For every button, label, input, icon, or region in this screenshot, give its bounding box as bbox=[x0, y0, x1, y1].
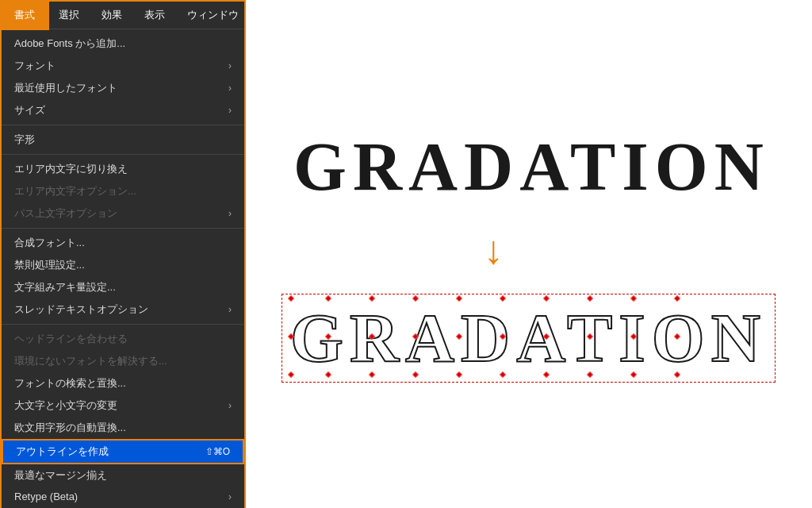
arrow-down-icon: ↓ bbox=[484, 230, 504, 270]
menu-item-area-switch[interactable]: エリア内文字に切り換え bbox=[2, 158, 244, 180]
menu-item-headline[interactable]: ヘッドラインを合わせる bbox=[2, 328, 244, 350]
separator-4 bbox=[2, 324, 244, 325]
menu-item-path-options[interactable]: パス上文字オプション › bbox=[2, 202, 244, 225]
menu-item-mojigumi[interactable]: 文字組みアキ量設定... bbox=[2, 276, 244, 298]
separator-3 bbox=[2, 228, 244, 229]
arrow-icon: › bbox=[228, 60, 232, 71]
menu-item-find-replace-font[interactable]: フォントの検索と置換... bbox=[2, 372, 244, 394]
menu-item-thread-options[interactable]: スレッドテキストオプション › bbox=[2, 298, 244, 321]
menu-item-kinsoku[interactable]: 禁則処理設定... bbox=[2, 254, 244, 276]
arrow-icon: › bbox=[228, 83, 232, 94]
menu-item-resolve-font[interactable]: 環境にないフォントを解決する... bbox=[2, 350, 244, 372]
separator-2 bbox=[2, 154, 244, 155]
menu-header-sentaku[interactable]: 選択 bbox=[48, 2, 90, 29]
menu-item-area-options[interactable]: エリア内文字オプション... bbox=[2, 180, 244, 202]
gradation-text-bottom-container: GRADATION bbox=[282, 294, 776, 383]
menu-item-recent-font[interactable]: 最近使用したフォント › bbox=[2, 77, 244, 99]
gradation-text-bottom: GRADATION bbox=[290, 298, 767, 378]
gradation-text-top: GRADATION bbox=[293, 127, 770, 206]
menu-item-create-outline[interactable]: アウトラインを作成 ⇧⌘O bbox=[2, 439, 244, 464]
menu-item-auto-replace[interactable]: 欧文用字形の自動置換... bbox=[2, 417, 244, 439]
menu-header-shoshiki[interactable]: 書式 bbox=[0, 0, 49, 30]
menu-item-glyph[interactable]: 字形 bbox=[2, 129, 244, 151]
menu-header-window[interactable]: ウィンドウ bbox=[176, 2, 250, 29]
menu-item-change-case[interactable]: 大文字と小文字の変更 › bbox=[2, 394, 244, 417]
arrow-icon: › bbox=[228, 105, 232, 116]
separator-1 bbox=[2, 125, 244, 125]
menu-header: 書式 選択 効果 表示 ウィンドウ bbox=[2, 2, 244, 29]
menu-item-adobe-fonts[interactable]: Adobe Fonts から追加... bbox=[2, 33, 244, 55]
arrow-icon: › bbox=[228, 400, 232, 411]
menu-item-composite-font[interactable]: 合成フォント... bbox=[2, 232, 244, 254]
arrow-icon: › bbox=[228, 208, 232, 219]
menu-body: Adobe Fonts から追加... フォント › 最近使用したフォント › … bbox=[2, 29, 244, 508]
menu-item-optical-margin[interactable]: 最適なマージン揃え bbox=[2, 464, 244, 487]
menu-item-font[interactable]: フォント › bbox=[2, 55, 244, 77]
menu-item-size[interactable]: サイズ › bbox=[2, 99, 244, 121]
menu-item-retype[interactable]: Retype (Beta) › bbox=[2, 487, 244, 506]
shortcut-create-outline: ⇧⌘O bbox=[205, 446, 230, 457]
arrow-icon: › bbox=[228, 304, 232, 315]
menu-header-hyoji[interactable]: 表示 bbox=[133, 2, 176, 29]
arrow-icon: › bbox=[228, 491, 232, 502]
menu-header-koka[interactable]: 効果 bbox=[90, 2, 133, 29]
context-menu: 書式 選択 効果 表示 ウィンドウ Adobe Fonts から追加... フォ… bbox=[0, 0, 246, 508]
